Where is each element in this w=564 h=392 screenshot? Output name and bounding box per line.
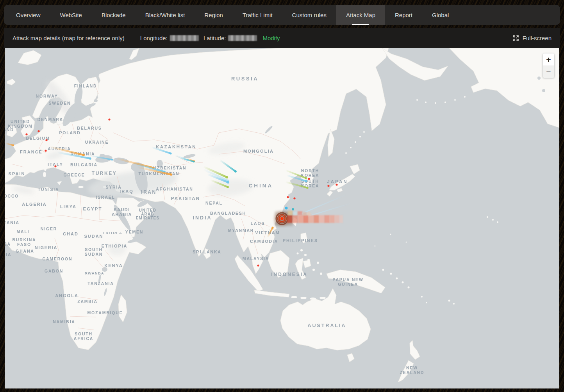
tab-overview[interactable]: Overview	[6, 5, 50, 25]
attack-trail-head	[305, 177, 307, 179]
attack-trail-head	[111, 159, 113, 161]
map-label: NIGERIA	[35, 245, 57, 250]
map-label: JAPAN	[327, 179, 348, 184]
attack-map-canvas[interactable]: + −	[5, 48, 559, 388]
map-label: LIBYA	[60, 204, 77, 209]
attack-trail-head	[234, 170, 237, 173]
map-label: GABON	[45, 269, 63, 273]
attack-dot	[257, 264, 259, 266]
map-label: VIETNAM	[255, 230, 280, 235]
latitude-label: Latitude:	[203, 35, 226, 41]
attack-trail-head	[89, 157, 91, 160]
fullscreen-label: Full-screen	[523, 35, 552, 41]
longitude-label: Longitude:	[140, 35, 168, 41]
tab-report[interactable]: Report	[385, 5, 422, 25]
map-label: MYANMAR	[228, 228, 254, 233]
map-label: ANGOLA	[55, 293, 79, 298]
attack-dot	[327, 185, 329, 187]
map-zoom-control: + −	[543, 53, 554, 78]
map-label: PHILIPPINES	[283, 238, 318, 243]
map-label: SWEDEN	[49, 101, 71, 105]
tab-traffic-limit[interactable]: Traffic Limit	[233, 5, 282, 25]
map-label: ERITREA	[103, 231, 122, 235]
map-label: DENMARK	[37, 117, 63, 122]
latitude-value-redacted	[228, 35, 257, 41]
map-label: NIGER	[41, 226, 57, 231]
map-label: KAZAKHSTAN	[156, 144, 196, 149]
map-label: ZAMBIA	[77, 299, 98, 304]
tab-website[interactable]: WebSite	[50, 5, 92, 25]
map-label: MOZAMBIQUE	[87, 310, 123, 315]
map-label: ALGERIA	[22, 202, 47, 207]
map-label: NAMIBIA	[53, 319, 75, 324]
attack-dot	[285, 207, 288, 210]
tab-global[interactable]: Global	[422, 5, 459, 25]
map-label: SRI LANKA	[193, 249, 221, 254]
map-label: GHANA	[16, 249, 34, 253]
map-label: SPAIN	[9, 171, 25, 176]
map-label: BELARUS	[77, 126, 102, 130]
map-label: TUNISIA	[38, 187, 59, 192]
map-label: IRELAND	[5, 127, 14, 132]
map-label: PAKISTAN	[171, 196, 200, 201]
map-label: NEWZEALAND	[400, 365, 425, 375]
map-label: SAUDIARABIA	[112, 207, 132, 217]
attack-trail-head	[305, 180, 307, 182]
map-label: SUDAN	[84, 234, 103, 239]
map-label: AUSTRALIA	[307, 323, 346, 328]
attack-trail-head	[306, 187, 308, 189]
map-label: SOUTHSUDAN	[85, 247, 103, 257]
map-label: BULGARIA	[70, 162, 98, 167]
map-label: MALAYSIA	[243, 256, 269, 261]
map-label: NORTHKOREA	[301, 168, 319, 178]
map-label: MAURITANIA	[5, 220, 20, 225]
zoom-out-button[interactable]: −	[543, 66, 554, 78]
top-nav: OverviewWebSiteBlockadeBlack/White listR…	[4, 5, 560, 25]
attack-trail-head	[82, 154, 85, 156]
attack-dot	[308, 178, 310, 180]
map-label: NORWAY	[36, 94, 58, 98]
map-label: NEPAL	[205, 201, 223, 205]
attack-trail-head	[227, 186, 229, 188]
map-label: CHINA	[249, 183, 273, 189]
tab-custom-rules[interactable]: Custom rules	[282, 5, 336, 25]
tab-black-white-list[interactable]: Black/White list	[136, 5, 195, 25]
attack-dot	[336, 184, 337, 185]
map-label: LAOS	[251, 221, 265, 226]
map-label: MALI	[17, 229, 30, 234]
map-label: POLAND	[59, 130, 80, 135]
longitude-value-redacted	[170, 35, 199, 41]
attack-trail-head	[193, 161, 195, 163]
map-label: MONGOLIA	[243, 149, 274, 153]
attack-trail	[5, 143, 13, 145]
target-label-redaction	[287, 211, 343, 223]
map-label: FRANCE	[20, 150, 43, 154]
attack-trail-head	[271, 226, 273, 228]
page-title: Attack map details (map for reference on…	[12, 35, 125, 41]
attack-trail-head	[227, 181, 229, 184]
attack-trail	[305, 203, 352, 217]
attack-trail-head	[170, 173, 172, 176]
attack-map-header: Attack map details (map for reference on…	[4, 28, 560, 48]
map-label: IRAN	[141, 189, 156, 195]
map-label: TANZANIA	[87, 281, 114, 286]
map-label: FINLAND	[74, 84, 97, 88]
map-label: CHAD	[63, 232, 79, 236]
tab-region[interactable]: Region	[195, 5, 233, 25]
map-label: RWANDA	[85, 271, 104, 275]
modify-link[interactable]: Modify	[262, 35, 280, 41]
fullscreen-icon	[512, 35, 519, 41]
tab-attack-map[interactable]: Attack Map	[336, 5, 385, 25]
map-label: CAMBODIA	[250, 239, 278, 244]
map-label: KENYA	[104, 263, 123, 268]
map-label: CAMEROON	[43, 257, 73, 261]
zoom-in-button[interactable]: +	[543, 53, 554, 66]
map-label: RUSSIA	[231, 76, 259, 82]
fullscreen-button[interactable]: Full-screen	[512, 35, 552, 41]
attack-dot	[292, 208, 294, 210]
tab-blockade[interactable]: Blockade	[92, 5, 136, 25]
nav-tabs: OverviewWebSiteBlockadeBlack/White listR…	[6, 5, 459, 25]
map-label: YEMEN	[125, 230, 143, 234]
attack-dot	[108, 118, 110, 120]
world-map: RUSSIAFINLANDNORWAYSWEDENDENMARKUNITEDKI…	[5, 48, 559, 388]
